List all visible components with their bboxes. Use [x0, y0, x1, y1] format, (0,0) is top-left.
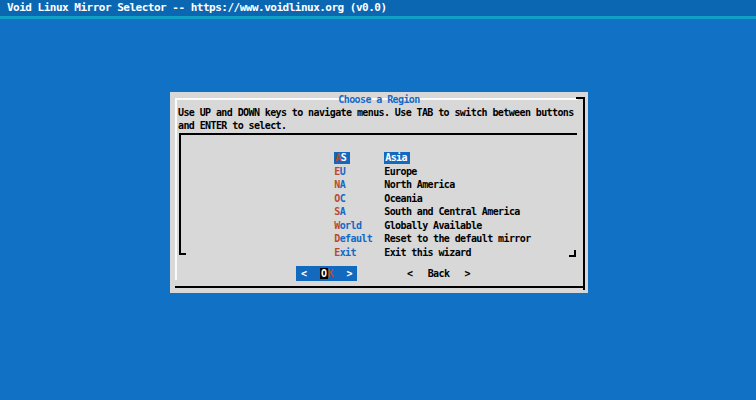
ok-button-label-rest: K [328, 268, 333, 279]
menu-box: ASAsia EUEurope NANorth America OCOceani… [179, 133, 577, 259]
help-text-line1: Use UP and DOWN keys to navigate menus. … [178, 107, 574, 118]
back-button-bracket-right: > [465, 268, 470, 279]
menu-item-description: Reset to the default mirror [384, 233, 530, 244]
dialog-title: Choose a Region [170, 94, 588, 105]
menu-tag-rest: U [340, 166, 345, 177]
menu-box-border-top [179, 133, 577, 135]
menu-tag: World [334, 219, 384, 232]
menu-box-corner-bottom-right-foot [569, 255, 574, 257]
menu-tag-rest: efault [340, 233, 373, 244]
ok-button-bracket-right: > [347, 268, 352, 279]
menu-tag-rest: A [340, 206, 345, 217]
menu-item-description: Exit this wizard [384, 247, 471, 258]
ok-button-hotkey-cursor: O [320, 268, 327, 279]
dialog-border-bottom [175, 286, 585, 288]
menu-tag: EU [334, 165, 384, 178]
menu-tag-rest: A [340, 179, 345, 190]
dialog-border-left [175, 98, 177, 280]
menu-item-description: Oceania [384, 193, 422, 204]
backtitle-text: Void Linux Mirror Selector -- https://ww… [7, 1, 387, 14]
menu-box-corner-bottom-left [181, 253, 186, 255]
help-text-line2: and ENTER to select. [178, 120, 286, 131]
menu-item-description: South and Central America [384, 206, 520, 217]
menu-tag: Default [334, 232, 384, 245]
menu-item-description: Asia [384, 152, 410, 164]
back-button-label: Back [428, 268, 450, 279]
ok-button-bracket-left: < [301, 268, 306, 279]
menu-tag: Exit [334, 246, 384, 259]
menu-item-description: Europe [384, 166, 417, 177]
menu-tag-rest: xit [340, 247, 356, 258]
menu-tag: AS [334, 151, 384, 164]
menu-item-description: North America [384, 179, 454, 190]
back-button[interactable]: <Back> [402, 266, 475, 281]
menu-list: ASAsia EUEurope NANorth America OCOceani… [179, 138, 577, 246]
menu-tag-rest: orld [340, 220, 362, 231]
backtitle-separator-line [0, 16, 756, 19]
menu-item-description: Globally Available [384, 220, 482, 231]
menu-item-asia[interactable]: ASAsia [179, 138, 577, 152]
ok-button[interactable]: <OK> [296, 266, 357, 281]
menu-box-corner-bottom-right [574, 250, 576, 257]
back-button-bracket-left: < [407, 268, 412, 279]
menu-tag: NA [334, 178, 384, 191]
dialog-window: Choose a Region Use UP and DOWN keys to … [170, 92, 588, 293]
menu-tag-rest: C [340, 193, 345, 204]
menu-tag-rest: S [341, 152, 346, 163]
menu-tag: OC [334, 192, 384, 205]
menu-tag: SA [334, 205, 384, 218]
dialog-border-right [583, 97, 585, 290]
backtitle-bar: Void Linux Mirror Selector -- https://ww… [0, 0, 756, 16]
terminal-screen: Void Linux Mirror Selector -- https://ww… [0, 0, 756, 400]
